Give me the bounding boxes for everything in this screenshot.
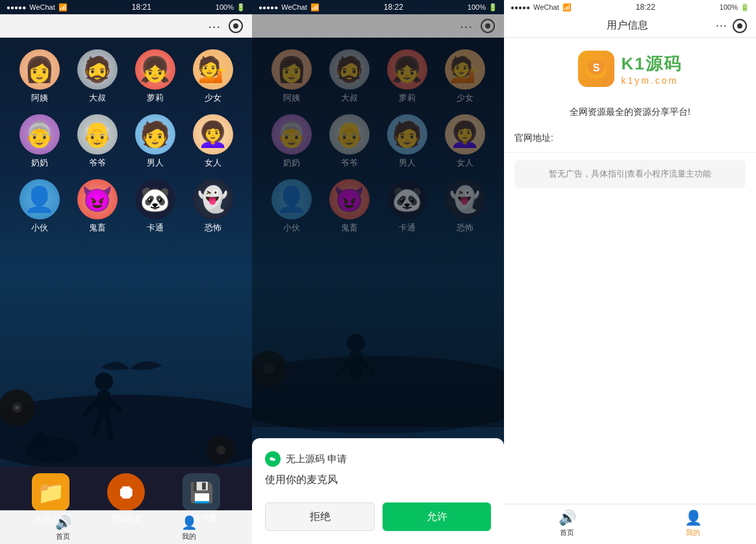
svg-line-4 — [110, 401, 120, 411]
record-button-icon: ⏺ — [107, 473, 145, 511]
signal-area-1: ●●●●● WeChat 📶 — [6, 3, 68, 12]
signal-area-3: ●●●●● WeChat 📶 — [510, 3, 572, 12]
avatar-guishou[interactable]: 😈 鬼畜 — [68, 174, 126, 239]
network-label-2: WeChat — [281, 3, 307, 11]
record-icon-2[interactable] — [481, 19, 495, 33]
time-1: 18:21 — [132, 3, 151, 12]
battery-pct-2: 100% — [468, 3, 486, 11]
record-inner-2 — [485, 23, 490, 29]
top-bar-icons-3: ··· — [716, 19, 747, 33]
svg-text:S: S — [593, 62, 600, 73]
avatar-icon-nainai: 👵 — [19, 114, 60, 155]
wifi-icon-3: 📶 — [562, 3, 572, 12]
avatar-nanren[interactable]: 🧑 男人 — [126, 109, 184, 174]
svg-point-13 — [32, 432, 48, 448]
svg-line-6 — [107, 417, 110, 437]
battery-area-3: 100% 🔋 — [720, 3, 750, 12]
battery-area-1: 100% 🔋 — [216, 3, 246, 12]
avatar-label-nvren: 女人 — [205, 157, 221, 169]
allow-button[interactable]: 允许 — [383, 502, 491, 531]
avatar-icon-yeye: 👴 — [77, 114, 118, 155]
avatar-shaonu[interactable]: 💁 少女 — [184, 44, 242, 109]
avatar-kongbu[interactable]: 👻 恐怖 — [184, 174, 242, 239]
avatar-xiaohuо[interactable]: 👤 小伙 — [10, 174, 68, 239]
nav-home-label-1: 首页 — [56, 532, 70, 541]
more-icon-2[interactable]: ··· — [460, 19, 473, 34]
record-inner-1 — [233, 23, 238, 29]
avatar-yeye[interactable]: 👴 爷爷 — [68, 109, 126, 174]
avatar-icon-xiaohuо: 👤 — [19, 179, 60, 219]
avatar-icon-katong: 🐼 — [135, 179, 175, 219]
svg-point-12 — [26, 437, 78, 463]
avatar-label-ayi: 阿姨 — [31, 92, 48, 104]
silhouette-bg-1 — [0, 330, 252, 473]
wifi-icon-2: 📶 — [310, 3, 320, 12]
avatar-label-guishou: 鬼畜 — [89, 222, 106, 234]
avatar-katong[interactable]: 🐼 卡通 — [126, 174, 184, 239]
avatar-label-nanren: 男人 — [147, 157, 164, 169]
refuse-button[interactable]: 拒绝 — [265, 502, 375, 531]
avatar-icon-guishou: 😈 — [77, 179, 118, 219]
page-title-3: 用户信息 — [607, 19, 648, 32]
record-icon-1[interactable] — [229, 19, 243, 33]
avatar-label-dashu: 大叔 — [89, 92, 106, 104]
wechat-icon-dialog — [265, 451, 281, 467]
avatar-label-katong: 卡通 — [147, 222, 164, 234]
nav-mine-1[interactable]: 👤 我的 — [126, 515, 252, 541]
dialog-message: 使用你的麦克风 — [265, 473, 491, 487]
avatar-nvren[interactable]: 👩‍🦱 女人 — [184, 109, 242, 174]
svg-rect-2 — [97, 391, 110, 417]
mine-icon-1: 👤 — [181, 515, 197, 530]
battery-icon-3: 🔋 — [740, 3, 750, 12]
avatar-label-shaonu: 少女 — [205, 92, 221, 104]
nav-home-1[interactable]: 🔊 首页 — [0, 515, 126, 541]
avatar-dashu[interactable]: 🧔 大叔 — [68, 44, 126, 109]
signal-dots-3: ●●●●● — [510, 4, 530, 11]
svg-point-0 — [0, 395, 252, 473]
nav-home-label-3: 首页 — [560, 528, 574, 538]
note-text: 暂无广告，具体指引|查看小程序流量主功能 — [522, 168, 738, 180]
panel-1: ●●●●● WeChat 📶 18:21 100% 🔋 ··· 👩 阿姨 — [0, 0, 252, 544]
logo-title: K1源码 — [621, 53, 681, 75]
more-icon-1[interactable]: ··· — [208, 19, 221, 34]
avatar-grid-1: 👩 阿姨 🧔 大叔 👧 萝莉 💁 少女 👵 奶奶 — [0, 38, 252, 245]
note-box: 暂无广告，具体指引|查看小程序流量主功能 — [514, 160, 746, 188]
save-icon: 💾 — [183, 473, 220, 511]
avatar-nainai[interactable]: 👵 奶奶 — [10, 109, 68, 174]
avatar-icon-nvren: 👩‍🦱 — [193, 114, 233, 155]
avatar-label-xiaohuо: 小伙 — [31, 222, 48, 234]
nav-mine-label-3: 我的 — [686, 528, 700, 538]
battery-icon-1: 🔋 — [236, 3, 246, 12]
svg-line-5 — [94, 417, 101, 434]
logo-icon: S — [578, 51, 614, 87]
avatar-label-yeye: 爷爷 — [89, 157, 106, 169]
avatar-label-nainai: 奶奶 — [31, 157, 48, 169]
time-3: 18:22 — [636, 3, 655, 12]
record-inner-3 — [737, 23, 742, 29]
wifi-icon-1: 📶 — [58, 3, 68, 12]
dialog-header: 无上源码 申请 — [265, 451, 491, 467]
more-icon-3[interactable]: ··· — [716, 19, 727, 32]
avatar-ayi[interactable]: 👩 阿姨 — [10, 44, 68, 109]
dialog-buttons: 拒绝 允许 — [265, 502, 491, 531]
avatar-mengli[interactable]: 👧 萝莉 — [126, 44, 184, 109]
status-bar-3: ●●●●● WeChat 📶 18:22 100% 🔋 — [504, 0, 756, 14]
avatar-icon-ayi: 👩 — [19, 49, 60, 90]
svg-point-8 — [12, 402, 22, 413]
record-icon-3[interactable] — [733, 19, 747, 33]
nav-home-3[interactable]: 🔊 首页 — [504, 510, 630, 538]
logo-text-area: K1源码 k1ym.com — [621, 53, 681, 86]
avatar-icon-shaonu: 💁 — [193, 49, 233, 90]
nav-mine-3[interactable]: 👤 我的 — [630, 510, 756, 538]
avatar-icon-dashu: 🧔 — [77, 49, 118, 90]
panel-2: ●●●●● WeChat 📶 18:22 100% 🔋 ··· 👩 阿姨 🧔 大… — [252, 0, 504, 544]
dialog-overlay — [252, 38, 504, 427]
status-bar-1: ●●●●● WeChat 📶 18:21 100% 🔋 — [0, 0, 252, 14]
permission-dialog: 无上源码 申请 使用你的麦克风 拒绝 允许 — [252, 438, 504, 544]
status-bar-2: ●●●●● WeChat 📶 18:22 100% 🔋 — [252, 0, 504, 14]
avatar-label-mengli: 萝莉 — [147, 92, 164, 104]
bottom-nav-3: 🔊 首页 👤 我的 — [504, 504, 756, 544]
avatar-icon-nanren: 🧑 — [135, 114, 175, 155]
avatar-icon-mengli: 👧 — [135, 49, 175, 90]
panel-3: ●●●●● WeChat 📶 18:22 100% 🔋 用户信息 ··· S — [504, 0, 756, 544]
